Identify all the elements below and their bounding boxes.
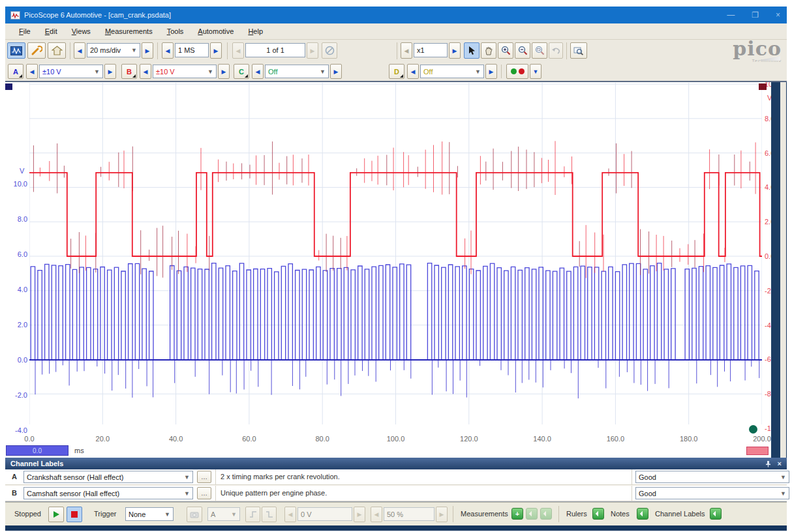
timebase-value: 20 ms/div (90, 46, 121, 54)
notes-button[interactable] (637, 508, 648, 520)
buffer-next-button[interactable]: ▶ (307, 42, 318, 59)
channel-a-axis-marker[interactable] (5, 83, 12, 90)
channel-labels-button-label: Channel Labels (655, 510, 705, 518)
zoom-factor-box[interactable]: x1 (414, 43, 448, 57)
samples-increase-button[interactable]: ▶ (210, 42, 222, 59)
selection-tool-button[interactable] (464, 42, 480, 59)
x-axis-offset-box[interactable]: 0.0 (6, 445, 69, 456)
menu-item-automotive[interactable]: Automotive (192, 25, 239, 37)
home-button[interactable] (48, 42, 66, 59)
left-arrow-icon: ◀ (411, 68, 416, 75)
trigger-level-increase-button[interactable]: ▶ (354, 507, 365, 522)
channel-b-button[interactable]: B (121, 64, 137, 79)
axis-marker-dot[interactable] (749, 425, 757, 434)
channel-d-range-select[interactable]: Off▼ (420, 65, 484, 78)
chevron-down-icon: ▼ (184, 474, 190, 480)
timebase-decrease-button[interactable]: ◀ (74, 42, 85, 59)
scope-view-button[interactable] (7, 42, 25, 59)
trigger-level-box[interactable]: 0 V (297, 507, 352, 521)
marquee-zoom-button[interactable] (532, 42, 547, 59)
samples-decrease-button[interactable]: ◀ (162, 42, 174, 59)
channel-b-range-increase-button[interactable]: ▶ (218, 64, 230, 79)
channel-c-range-decrease-button[interactable]: ◀ (252, 64, 264, 79)
zoom-out-button[interactable] (515, 42, 530, 59)
channel-b-label-select[interactable]: Camshaft sensor (Hall effect)▼ (23, 487, 193, 499)
menu-item-help[interactable]: Help (242, 25, 269, 37)
channel-d-range-increase-button[interactable]: ▶ (485, 64, 497, 79)
zoom-overview-button[interactable] (570, 42, 587, 59)
menu-item-views[interactable]: Views (66, 25, 97, 37)
arrow-icon (640, 511, 645, 516)
edit-measurement-button[interactable] (526, 508, 538, 520)
signal-lights-menu-button[interactable]: ▼ (530, 64, 541, 79)
channel-b-range-value: ±10 V (156, 68, 175, 76)
channel-a-range-increase-button[interactable]: ▶ (104, 64, 116, 79)
stop-capture-button[interactable] (67, 507, 82, 522)
x-axis-tick-label: 180.0 (680, 435, 698, 443)
channel-c-button[interactable]: C (234, 64, 249, 79)
pretrigger-decrease-button[interactable]: ◀ (371, 507, 382, 522)
chevron-down-icon: ▼ (320, 68, 326, 75)
channel-labels-button[interactable] (710, 508, 722, 520)
trigger-mode-select[interactable]: None ▼ (125, 507, 174, 521)
channel-a-range-select[interactable]: ±10 V▼ (39, 65, 103, 78)
waveform-plot[interactable] (29, 83, 762, 424)
magnifier-window-icon (573, 46, 584, 55)
delete-measurement-button[interactable] (540, 508, 552, 520)
channel-b-axis-marker[interactable] (759, 83, 767, 90)
channel-a-status-select[interactable]: Good▼ (635, 471, 789, 483)
menu-item-file[interactable]: File (13, 25, 37, 37)
buffer-index-box[interactable]: 1 of 1 (245, 43, 305, 57)
zoom-factor-decrease-button[interactable]: ◀ (401, 42, 412, 59)
hand-tool-button[interactable] (481, 42, 496, 59)
channel-b-range-select[interactable]: ±10 V▼ (153, 65, 217, 78)
falling-edge-button[interactable] (262, 507, 277, 522)
rising-edge-button[interactable] (245, 507, 260, 522)
timebase-select[interactable]: 20 ms/div ▼ (87, 43, 140, 57)
right-arrow-icon: ▶ (334, 68, 339, 75)
channel-a-button[interactable]: A (8, 64, 23, 79)
panel-close-icon[interactable]: × (778, 460, 782, 467)
x-axis-end-marker[interactable] (746, 447, 769, 455)
timebase-increase-button[interactable]: ▶ (142, 42, 153, 59)
channel-b-range-decrease-button[interactable]: ◀ (140, 64, 151, 79)
close-button[interactable]: × (776, 10, 780, 20)
menu-item-edit[interactable]: Edit (39, 25, 63, 37)
trigger-source-select[interactable]: A ▼ (207, 507, 240, 521)
left-arrow-icon: ◀ (166, 48, 170, 54)
pin-icon[interactable] (765, 460, 771, 467)
channel-d-range-decrease-button[interactable]: ◀ (407, 64, 419, 79)
channel-c-range-select[interactable]: Off▼ (265, 65, 329, 78)
channel-a-label-select[interactable]: Crankshaft sensor (Hall effect)▼ (23, 471, 193, 483)
buffer-overview-button[interactable] (322, 42, 337, 59)
rulers-button[interactable] (592, 508, 604, 520)
zoom-in-button[interactable] (498, 42, 513, 59)
single-trigger-button[interactable] (187, 507, 202, 522)
channel-a-more-button[interactable]: … (197, 471, 211, 483)
zoom-factor-increase-button[interactable]: ▶ (449, 42, 461, 59)
play-icon (53, 510, 60, 518)
samples-input[interactable]: 1 MS (175, 43, 209, 57)
start-capture-button[interactable] (48, 507, 64, 522)
pretrigger-box[interactable]: 50 % (384, 507, 434, 521)
channel-a-range-decrease-button[interactable]: ◀ (26, 64, 38, 79)
menu-item-measurements[interactable]: Measurements (99, 25, 159, 37)
minimize-button[interactable]: — (727, 10, 735, 20)
pretrigger-increase-button[interactable]: ▶ (436, 507, 448, 522)
signal-lights-button[interactable] (506, 64, 528, 79)
channel-c-range-increase-button[interactable]: ▶ (330, 64, 342, 79)
add-measurement-button[interactable]: + (511, 508, 523, 520)
menu-item-tools[interactable]: Tools (161, 25, 190, 37)
red-dot-icon (519, 68, 525, 74)
magnifier-box-icon (535, 46, 545, 55)
buffer-previous-button[interactable]: ◀ (232, 42, 244, 59)
channel-b-status-select[interactable]: Good▼ (635, 487, 789, 499)
row-channel-letter: A (12, 473, 17, 480)
app-icon (10, 11, 20, 20)
maximize-button[interactable]: ❐ (752, 10, 759, 20)
channel-d-button[interactable]: D (389, 64, 404, 79)
channel-b-more-button[interactable]: … (197, 487, 211, 499)
connect-device-button[interactable] (27, 42, 46, 59)
undo-zoom-button[interactable] (549, 42, 563, 59)
trigger-level-decrease-button[interactable]: ◀ (284, 507, 296, 522)
